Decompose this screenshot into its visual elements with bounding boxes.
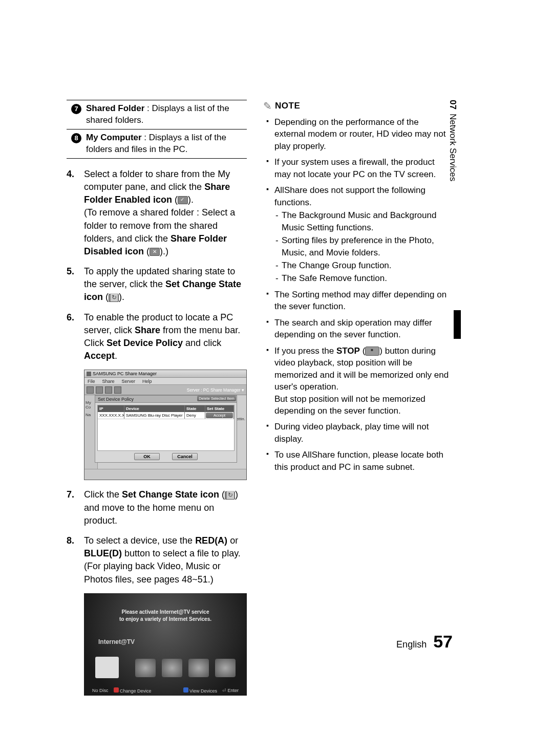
enter-key-icon: ⏎ (222, 688, 226, 693)
app-logo-icon (87, 372, 91, 376)
product-footer-bar: No Disc Change Device View Devices ⏎ Ent… (92, 687, 239, 694)
product-home-screenshot: Please activate Internet@TV service to e… (84, 593, 247, 696)
note-subitem: The Background Music and Background Musi… (274, 209, 451, 233)
number-badge: 7 (71, 104, 81, 114)
step-5: 5. To apply the updated sharing state to… (67, 265, 247, 304)
note-label: NOTE (275, 101, 300, 111)
definition-table: 7 Shared Folder : Displays a list of the… (67, 100, 247, 159)
step-list: 4. Select a folder to share from the My … (67, 168, 247, 363)
step-8: 8. To select a device, use the RED(A) or… (67, 534, 247, 586)
internet-tv-logo: Internet@TV (98, 638, 135, 645)
left-column: 7 Shared Folder : Displays a list of the… (67, 100, 247, 696)
note-subitem: The Safe Remove function. (274, 272, 451, 284)
share-manager-dialog-screenshot: SAMSUNG PC Share Manager File Share Serv… (84, 370, 247, 480)
menu-help[interactable]: Help (142, 379, 152, 384)
share-disable-icon (150, 248, 160, 256)
dialog-body: My Co Na ettin. Set Device Policy Delete… (84, 395, 246, 469)
home-tile-icon[interactable] (135, 659, 156, 677)
right-column: ✎ NOTE Depending on the performance of t… (263, 100, 451, 696)
grid-header: IP Device State Set State (98, 405, 234, 412)
dialog-menubar: File Share Server Help (84, 378, 246, 385)
device-row[interactable]: XXX.XXX.X.XX SAMSUNG Blu-ray Disc Player… (98, 412, 234, 419)
page-number: 57 (433, 632, 453, 651)
note-subitem: Sorting files by preference in the Photo… (274, 234, 451, 258)
delete-selected-button[interactable]: Delete Selected Item (197, 396, 236, 401)
page-body: 7 Shared Folder : Displays a list of the… (67, 100, 486, 696)
home-tile-icon[interactable] (215, 659, 236, 677)
server-status-label[interactable]: Server : PC Share Manager ▾ (187, 387, 244, 393)
red-a-key-icon (114, 687, 119, 693)
activation-message: Please activate Internet@TV service to e… (84, 593, 247, 623)
toolbar-icon[interactable] (105, 386, 112, 394)
menu-share[interactable]: Share (102, 379, 115, 384)
note-item: Depending on the performance of the exte… (263, 116, 451, 152)
footer-language: English (396, 639, 427, 650)
note-item: The search and skip operation may differ… (263, 317, 451, 341)
dialog-buttons: OK Cancel (95, 453, 237, 460)
step-list-continued: 7. Click the Set Change State icon () an… (67, 488, 247, 586)
dialog-titlebar: SAMSUNG PC Share Manager (84, 370, 246, 378)
toolbar-icon[interactable] (96, 386, 103, 394)
note-item: If you press the STOP () button during v… (263, 345, 451, 417)
note-item: If your system uses a firewall, the prod… (263, 156, 451, 180)
step-6: 6. To enable the product to locate a PC … (67, 311, 247, 363)
set-device-policy-panel: Set Device Policy Delete Selected Item I… (95, 395, 237, 463)
note-list: Depending on the performance of the exte… (263, 116, 451, 473)
note-sublist: The Background Music and Background Musi… (274, 209, 451, 285)
toolbar-icon[interactable] (87, 386, 94, 394)
note-subitem: The Change Group function. (274, 260, 451, 271)
share-enable-icon (178, 196, 188, 204)
stop-button-icon (365, 347, 379, 356)
note-header: ✎ NOTE (263, 100, 451, 112)
definition-row: 8 My Computer : Displays a list of the f… (67, 129, 247, 158)
step-4: 4. Select a folder to share from the My … (67, 168, 247, 258)
dialog-statusbar (84, 469, 246, 480)
dialog-toolbar: Server : PC Share Manager ▾ (84, 385, 246, 395)
right-stub-text: ettin. (237, 417, 245, 421)
home-tile-icon[interactable] (95, 657, 119, 678)
page-footer: English 57 (396, 632, 453, 652)
ok-button[interactable]: OK (134, 453, 160, 460)
note-item: During video playback, play time will no… (263, 421, 451, 445)
cancel-button[interactable]: Cancel (172, 453, 198, 460)
home-tile-icon[interactable] (188, 659, 209, 677)
note-icon: ✎ (263, 100, 272, 112)
definition-row: 7 Shared Folder : Displays a list of the… (67, 100, 247, 129)
home-tile-icon[interactable] (162, 659, 182, 677)
set-change-state-icon (225, 491, 235, 500)
home-icons-row (84, 659, 247, 678)
menu-file[interactable]: File (88, 379, 95, 384)
step-7: 7. Click the Set Change State icon () an… (67, 488, 247, 527)
disc-status: No Disc (92, 688, 109, 693)
toolbar-icon[interactable] (114, 386, 121, 394)
note-item: To use AllShare function, please locate … (263, 449, 451, 473)
accept-button[interactable]: Accept (206, 413, 233, 418)
note-item: AllShare does not support the following … (263, 184, 451, 285)
number-badge: 8 (71, 133, 81, 143)
note-item: The Sorting method may differ depending … (263, 289, 451, 313)
device-grid: IP Device State Set State XXX.XXX.X.XX S… (97, 405, 235, 451)
menu-server[interactable]: Server (122, 379, 136, 384)
blue-d-key-icon (183, 687, 188, 693)
set-change-state-icon (109, 294, 119, 302)
